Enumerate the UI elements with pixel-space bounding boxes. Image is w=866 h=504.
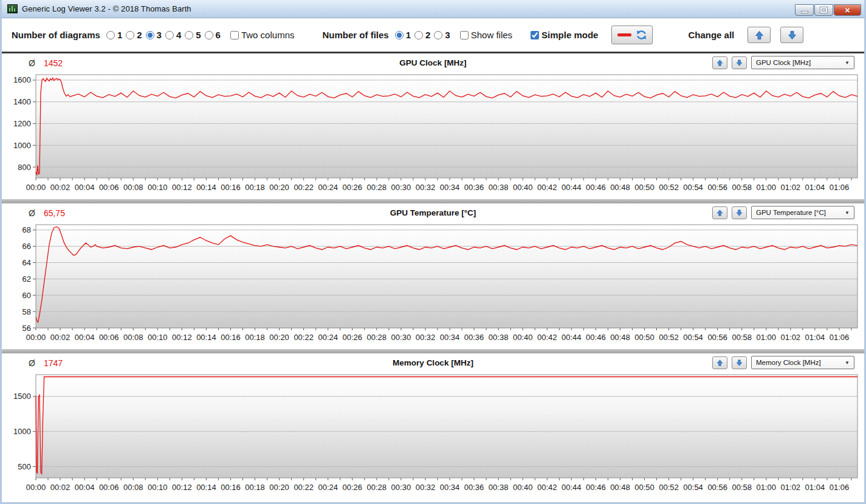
panel1-move-down-button[interactable] (732, 56, 747, 69)
window-title: Generic Log Viewer 3.2 - © 2018 Thomas B… (22, 4, 191, 13)
svg-text:00:36: 00:36 (464, 183, 484, 192)
diagrams-option-2[interactable]: 2 (126, 30, 142, 40)
diagrams-option-1[interactable]: 1 (106, 30, 122, 40)
svg-text:00:48: 00:48 (610, 183, 630, 192)
diagrams-radio-2[interactable] (126, 31, 134, 39)
window-controls: × (795, 0, 861, 18)
svg-text:66: 66 (22, 242, 31, 251)
svg-text:00:56: 00:56 (707, 483, 727, 492)
simple-mode-checkbox[interactable]: Simple mode (531, 30, 598, 40)
svg-text:00:56: 00:56 (707, 183, 727, 192)
change-all-down-button[interactable] (780, 27, 803, 43)
panel-header: Ø 1452 GPU Clock [MHz] GPU Clock [MHz] ▼ (5, 55, 861, 71)
simple-mode-input[interactable] (531, 31, 539, 39)
maximize-button[interactable] (814, 4, 833, 16)
number-of-files-label: Number of files (322, 30, 388, 40)
panel2-measure-dropdown[interactable]: GPU Temperature [°C] ▼ (751, 206, 854, 219)
svg-text:01:02: 01:02 (781, 483, 801, 492)
svg-text:00:28: 00:28 (367, 183, 387, 192)
panel1-move-up-button[interactable] (712, 56, 727, 69)
diagrams-radio-6[interactable] (205, 31, 213, 39)
panel-separator (2, 199, 864, 203)
panel3-move-down-button[interactable] (732, 356, 747, 369)
memory-clock-chart[interactable]: 5001000150000:0000:0200:0400:0600:0800:1… (5, 371, 863, 495)
svg-text:00:34: 00:34 (440, 483, 460, 492)
svg-text:500: 500 (18, 462, 31, 471)
diagrams-radio-5[interactable] (185, 31, 193, 39)
diagrams-radio-3[interactable] (146, 31, 154, 39)
refresh-icon (636, 30, 647, 40)
files-option-3[interactable]: 3 (434, 30, 450, 40)
panel1-measure-dropdown[interactable]: GPU Clock [MHz] ▼ (751, 56, 854, 69)
diagrams-option-4[interactable]: 4 (165, 30, 181, 40)
chevron-down-icon: ▼ (845, 210, 850, 216)
two-columns-input[interactable] (230, 31, 239, 39)
svg-text:00:42: 00:42 (537, 333, 557, 342)
panel2-move-down-button[interactable] (732, 206, 747, 219)
files-option-2[interactable]: 2 (414, 30, 430, 40)
svg-text:00:42: 00:42 (537, 483, 557, 492)
svg-text:00:48: 00:48 (610, 483, 630, 492)
diagrams-radio-1[interactable] (106, 31, 115, 39)
files-radio-1[interactable] (395, 31, 404, 39)
arrow-up-icon (717, 359, 723, 367)
diagrams-option-3[interactable]: 3 (146, 30, 162, 40)
show-files-input[interactable] (460, 31, 469, 39)
svg-text:00:48: 00:48 (610, 333, 630, 342)
panel-controls: Memory Clock [MHz] ▼ (712, 356, 854, 369)
files-option-1[interactable]: 1 (395, 30, 411, 40)
svg-text:00:16: 00:16 (221, 483, 241, 492)
svg-text:00:58: 00:58 (732, 333, 752, 342)
minimize-icon (801, 11, 808, 13)
svg-text:60: 60 (22, 291, 31, 300)
svg-text:00:52: 00:52 (659, 483, 679, 492)
svg-text:00:18: 00:18 (245, 333, 265, 342)
change-all-up-button[interactable] (747, 27, 771, 43)
svg-text:01:00: 01:00 (757, 183, 777, 192)
show-files-checkbox[interactable]: Show files (460, 30, 512, 40)
svg-text:00:14: 00:14 (196, 183, 216, 192)
gpu-clock-chart[interactable]: 800100012001400160000:0000:0200:0400:060… (5, 71, 863, 196)
svg-text:00:28: 00:28 (367, 483, 387, 492)
panel3-measure-dropdown[interactable]: Memory Clock [MHz] ▼ (751, 356, 854, 369)
svg-text:00:34: 00:34 (440, 183, 460, 192)
two-columns-checkbox[interactable]: Two columns (230, 30, 295, 40)
minimize-button[interactable] (795, 4, 814, 16)
svg-text:00:32: 00:32 (416, 183, 436, 192)
diagrams-radio-4[interactable] (165, 31, 174, 39)
svg-text:64: 64 (22, 258, 31, 267)
svg-text:00:52: 00:52 (659, 183, 679, 192)
svg-text:00:46: 00:46 (586, 333, 606, 342)
panel-header: Ø 65,75 GPU Temperature [°C] GPU Tempera… (5, 205, 861, 221)
panel3-move-up-button[interactable] (712, 356, 727, 369)
svg-text:00:10: 00:10 (148, 333, 168, 342)
chart-panel-gpu-temperature: Ø 65,75 GPU Temperature [°C] GPU Tempera… (2, 203, 864, 349)
close-button[interactable]: × (834, 4, 861, 16)
app-window: Generic Log Viewer 3.2 - © 2018 Thomas B… (0, 0, 866, 504)
svg-text:01:04: 01:04 (805, 333, 825, 342)
svg-text:00:14: 00:14 (196, 483, 216, 492)
red-line-icon (617, 33, 631, 36)
toolbar: Number of diagrams 1 2 3 4 5 6 Two colum… (2, 18, 864, 52)
panel2-move-up-button[interactable] (712, 206, 727, 219)
svg-text:56: 56 (22, 324, 31, 333)
svg-text:00:22: 00:22 (294, 483, 314, 492)
diagrams-option-6[interactable]: 6 (205, 30, 221, 40)
panel-controls: GPU Clock [MHz] ▼ (712, 56, 854, 69)
svg-text:00:12: 00:12 (172, 483, 192, 492)
diagrams-option-5[interactable]: 5 (185, 30, 201, 40)
svg-text:00:18: 00:18 (245, 483, 265, 492)
svg-text:00:32: 00:32 (416, 333, 436, 342)
files-radio-3[interactable] (434, 31, 442, 39)
svg-text:00:38: 00:38 (489, 183, 509, 192)
number-of-diagrams-label: Number of diagrams (12, 30, 100, 40)
average-symbol: Ø (29, 358, 35, 368)
reset-refresh-button[interactable] (611, 26, 653, 44)
files-radio-2[interactable] (414, 31, 423, 39)
svg-text:00:20: 00:20 (269, 483, 289, 492)
svg-text:1000: 1000 (13, 427, 31, 436)
gpu-temperature-chart[interactable]: 5658606264666800:0000:0200:0400:0600:080… (5, 221, 863, 346)
svg-text:00:38: 00:38 (489, 333, 509, 342)
svg-text:1000: 1000 (13, 141, 31, 150)
svg-text:00:06: 00:06 (99, 183, 119, 192)
